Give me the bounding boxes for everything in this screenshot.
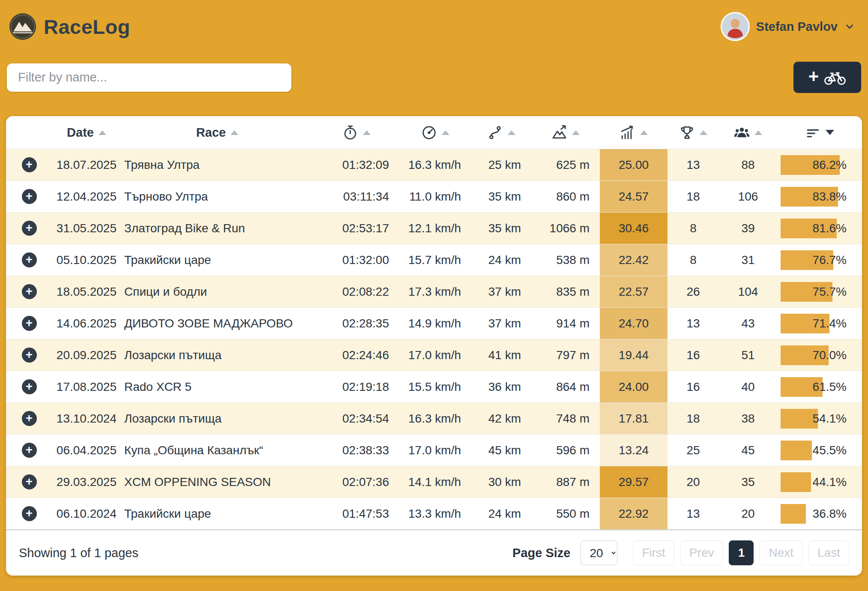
expand-row-button[interactable]: + [22,506,37,521]
cell-percent: 71.4% [777,308,862,339]
cell-expand: + [6,466,52,498]
cell-time: 02:38:33 [314,435,399,466]
user-menu[interactable]: Stefan Pavlov [721,12,855,41]
sort-asc-icon[interactable] [754,130,762,135]
expand-row-button[interactable]: + [22,379,37,394]
cell-score: 22.92 [600,498,667,530]
cell-participants: 88 [719,149,777,181]
mountain-badge-icon [9,12,37,41]
expand-row-button[interactable]: + [22,252,37,267]
header-race[interactable]: Race [121,116,314,149]
cell-distance: 35 km [471,181,531,213]
expand-row-button[interactable]: + [22,189,37,204]
next-page-button[interactable]: Next [760,540,802,565]
percent-text: 75.7% [813,285,847,299]
cell-elevation: 1066 m [531,213,600,244]
first-page-button[interactable]: First [633,540,674,565]
expand-row-button[interactable]: + [22,316,37,331]
cell-position: 8 [667,244,719,276]
cell-elevation: 596 m [531,435,600,466]
cell-score: 24.57 [600,181,667,213]
cell-date: 29.03.2025 [52,466,121,498]
cell-distance: 24 km [471,498,531,530]
header-distance[interactable] [471,116,531,149]
header-elevation[interactable] [531,116,600,149]
header-percentile[interactable] [777,116,862,149]
cell-time: 02:24:46 [314,339,399,371]
cell-elevation: 835 m [531,276,600,308]
cell-time: 02:28:35 [314,308,399,339]
cell-elevation: 748 m [531,403,600,435]
user-name: Stefan Pavlov [756,20,838,34]
showing-pages-text: Showing 1 of 1 pages [19,546,138,560]
header-score[interactable] [600,116,667,149]
cell-distance: 45 km [471,435,531,466]
cell-expand: + [6,244,52,276]
page-size-select[interactable]: 20 [581,540,617,565]
cell-time: 02:34:54 [314,403,399,435]
cell-elevation: 860 m [531,181,600,213]
prev-page-button[interactable]: Prev [680,540,723,565]
add-race-button[interactable]: + [793,62,861,93]
plus-icon: + [808,67,819,85]
cell-participants: 43 [719,308,777,339]
cell-position: 18 [667,181,719,213]
sort-asc-icon[interactable] [508,130,515,135]
cell-position: 16 [667,371,719,403]
cell-race: XCM OPPENING SEASON [121,466,314,498]
percent-text: 83.8% [813,190,847,204]
sort-asc-icon[interactable] [700,130,707,135]
trophy-icon [679,125,695,141]
cell-date: 06.10.2024 [52,498,121,530]
table-row: +17.08.2025Rado XCR 502:19:1815.5 km/h36… [6,371,862,403]
cell-position: 13 [667,498,719,530]
header-date[interactable]: Date [52,116,121,149]
current-page-button[interactable]: 1 [729,540,754,565]
sort-asc-icon[interactable] [640,130,648,135]
expand-row-button[interactable]: + [22,411,37,426]
expand-row-button[interactable]: + [22,474,37,489]
cell-score: 25.00 [600,149,667,181]
expand-row-button[interactable]: + [22,221,37,236]
expand-row-button[interactable]: + [22,284,37,299]
sort-asc-icon[interactable] [363,130,371,135]
header-time[interactable] [314,116,399,149]
header-expand [6,116,52,149]
cell-participants: 39 [719,213,777,244]
header-position[interactable] [667,116,719,149]
expand-row-button[interactable]: + [22,157,37,172]
expand-row-button[interactable]: + [22,443,37,458]
cell-race: Тракийски царе [121,244,314,276]
cell-date: 17.08.2025 [52,371,121,403]
sort-asc-icon[interactable] [442,130,449,135]
controls-row: + [0,44,868,93]
cell-elevation: 625 m [531,149,600,181]
sort-asc-icon[interactable] [99,130,106,135]
cell-position: 18 [667,403,719,435]
header-speed[interactable] [399,116,471,149]
table-row: +31.05.2025Златоград Bike & Run02:53:171… [6,213,862,244]
sort-asc-icon[interactable] [230,130,238,135]
table-row: +29.03.2025XCM OPPENING SEASON02:07:3614… [6,466,862,498]
sort-desc-icon[interactable] [826,130,834,135]
filter-input[interactable] [7,63,291,92]
cell-expand: + [6,498,52,530]
expand-row-button[interactable]: + [22,348,37,363]
cell-elevation: 550 m [531,498,600,530]
cell-expand: + [6,403,52,435]
cell-distance: 30 km [471,466,531,498]
cell-speed: 17.3 km/h [399,276,471,308]
sort-asc-icon[interactable] [572,130,580,135]
cell-race: Златоград Bike & Run [121,213,314,244]
header-participants[interactable] [719,116,777,149]
cell-position: 8 [667,213,719,244]
cell-speed: 14.9 km/h [399,308,471,339]
cell-date: 12.04.2025 [52,181,121,213]
percent-bar [781,441,812,460]
percent-text: 61.5% [813,380,847,394]
avatar[interactable] [721,12,750,41]
cell-participants: 20 [719,498,777,530]
brand: RaceLog [9,12,130,41]
cell-elevation: 887 m [531,466,600,498]
last-page-button[interactable]: Last [808,540,849,565]
